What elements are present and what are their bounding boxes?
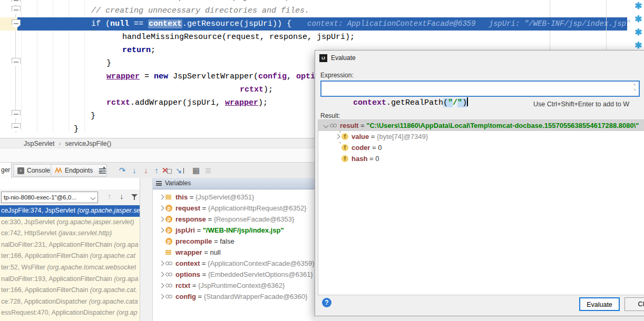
expand-chevron[interactable] <box>157 206 165 210</box>
evaluate-expression-icon[interactable]: ▦ <box>191 163 201 178</box>
collapse-chevron[interactable] <box>321 124 330 127</box>
thread-dropdown[interactable]: tp-nio-8080-exec-1"@6,0... <box>1 192 98 203</box>
parameter-icon: p <box>165 205 172 212</box>
stack-frame[interactable]: ce:742, HttpServlet (javax.servlet.http) <box>0 228 140 239</box>
code-line[interactable]: handleMissingResource(request, response,… <box>0 31 644 44</box>
breadcrumb-class[interactable]: JspServlet <box>24 140 54 147</box>
stack-frames-list: ceJspFile:374, JspServlet (org.apache.ja… <box>0 205 140 321</box>
help-icon[interactable]: ? <box>322 298 331 307</box>
code-token: wrapper <box>225 98 258 107</box>
thread-dropdown-value: tp-nio-8080-exec-1"@6,0... <box>4 194 76 200</box>
variable-name: config <box>175 293 196 300</box>
code-line[interactable]: // Check if the requested JSP page exist… <box>0 0 644 4</box>
stack-frame[interactable]: ce:330, JspServlet (org.apache.jasper.se… <box>0 217 140 228</box>
text-caret <box>467 97 468 106</box>
breadcrumb-method[interactable]: serviceJspFile() <box>65 140 112 147</box>
result-row[interactable]: fvalue = {byte[74]@7349} <box>318 131 644 142</box>
watch-glasses-icon <box>165 262 172 265</box>
equals-sign: = <box>200 270 208 278</box>
equals-sign: = <box>188 193 196 201</box>
code-token: } <box>91 112 95 121</box>
stack-frame[interactable]: ward:383, ApplicationDispatcher (org.apa… <box>0 319 140 321</box>
result-row[interactable]: result = "C:\Users\11860\AppData\Local\T… <box>318 120 644 131</box>
step-over-icon[interactable]: ↷ <box>117 163 128 178</box>
variable-name: precompile <box>175 237 212 245</box>
layout-menu-icon[interactable] <box>99 163 109 178</box>
equals-sign: = <box>200 204 208 212</box>
stack-frame[interactable]: nalDoFilter:193, ApplicationFilterChain … <box>0 274 140 285</box>
frame-location: ce:742, HttpServlet <box>1 229 58 237</box>
expand-chevron[interactable] <box>157 195 165 199</box>
result-name: value <box>352 133 369 141</box>
expression-token: context <box>353 98 386 107</box>
gear-icon[interactable]: ✱ <box>633 41 643 51</box>
cursor-ibeam <box>183 168 184 174</box>
gear-icon[interactable]: ✱ <box>633 1 643 12</box>
result-label: Result: <box>320 112 340 119</box>
variable-name: response <box>175 215 206 223</box>
close-button-partial[interactable]: Clo <box>625 297 644 311</box>
variables-toolbar: + − ▲ ▼ <box>140 178 153 321</box>
variables-header-label: Variables <box>165 178 191 189</box>
frame-location: ter:166, ApplicationFilterChain <box>1 286 90 294</box>
variable-name: wrapper <box>175 248 202 256</box>
drop-frame-icon[interactable]: ✕ <box>162 166 169 175</box>
expand-chevron[interactable] <box>157 217 165 221</box>
frame-location: essRequest:470, ApplicationDispatcher <box>1 309 116 316</box>
code-token: = <box>140 72 154 81</box>
code-token: .addWrapper(jspUri, <box>130 98 225 107</box>
force-step-into-icon[interactable]: ↓ <box>141 163 151 178</box>
expand-chevron[interactable] <box>157 262 165 265</box>
step-out-icon[interactable]: ↑ <box>152 163 161 178</box>
intellij-logo-icon: IJ <box>319 54 327 62</box>
evaluate-button[interactable]: Evaluate <box>579 297 620 311</box>
equals-sign: = <box>367 155 375 163</box>
code-line[interactable]: // creating unnecessary directories and … <box>0 4 644 17</box>
ide-window: // Check if the requested JSP page exist… <box>0 0 644 321</box>
expand-chevron[interactable] <box>157 284 165 287</box>
run-to-cursor-icon[interactable]: ↘ <box>174 163 186 178</box>
breadcrumb-separator: › <box>58 140 61 147</box>
expand-chevron[interactable] <box>157 228 165 232</box>
gear-icon[interactable]: ✱ <box>633 27 643 38</box>
variable-value: null <box>210 248 220 256</box>
local-variable-icon <box>165 249 171 256</box>
current-execution-line[interactable]: if (null == context.getResource(jspUri))… <box>0 17 644 31</box>
result-row[interactable]: fhash = 0 <box>318 153 644 164</box>
result-row[interactable]: fcoder = 0 <box>318 142 644 153</box>
code-token: return <box>122 46 151 55</box>
next-frame-icon[interactable]: ↓ <box>120 192 124 200</box>
code-token: } <box>74 125 79 134</box>
stack-frame[interactable]: ce:728, ApplicationDispatcher (org.apach… <box>0 296 140 308</box>
stack-frame[interactable]: ter:166, ApplicationFilterChain (org.apa… <box>0 250 140 262</box>
stack-frame[interactable]: ter:52, WsFilter (org.apache.tomcat.webs… <box>0 262 140 274</box>
stack-frame[interactable]: ceJspFile:374, JspServlet (org.apache.ja… <box>0 205 140 217</box>
previous-frame-icon[interactable]: ↑ <box>108 192 112 200</box>
frame-location: nalDoFilter:193, ApplicationFilterChain <box>1 275 114 283</box>
stack-frame[interactable]: nalDoFilter:231, ApplicationFilterChain … <box>0 239 140 251</box>
filter-icon[interactable] <box>131 194 138 200</box>
stack-frame[interactable]: ter:166, ApplicationFilterChain (org.apa… <box>0 285 140 296</box>
tab-debugger-partial[interactable]: ger <box>0 163 12 178</box>
code-token: .getResource(jspUri)) { <box>182 19 291 28</box>
variable-name: context <box>175 259 200 267</box>
result-value: "C:\Users\11860\AppData\Local\Temp\tomca… <box>366 122 639 129</box>
equals-sign: = <box>196 293 204 300</box>
variable-value: {JspRuntimeContext@6362} <box>198 282 285 289</box>
collapse-all-icon[interactable]: ≣ <box>203 163 213 178</box>
code-token: , <box>287 72 296 81</box>
gear-icon[interactable]: ✱ <box>633 14 643 25</box>
expression-input[interactable]: context.getRealPath("/") ↖↘ <box>320 81 640 97</box>
evaluate-dialog: IJ Evaluate Expression: context.getRealP… <box>315 50 644 316</box>
result-value: 0 <box>375 155 379 163</box>
step-into-icon[interactable]: ↓ <box>130 163 139 178</box>
frame-location: ter:52, WsFilter <box>1 264 47 271</box>
stack-frame[interactable]: essRequest:470, ApplicationDispatcher (o… <box>0 307 140 319</box>
expand-input-icon[interactable]: ↖↘ <box>633 83 636 92</box>
dialog-titlebar[interactable]: IJ Evaluate <box>315 51 644 65</box>
expand-chevron[interactable] <box>157 273 165 276</box>
menu-icon[interactable] <box>156 180 162 187</box>
code-token: // Check if the requested JSP page exist… <box>91 0 333 2</box>
equals-sign: = <box>358 122 366 129</box>
expand-chevron[interactable] <box>157 295 165 298</box>
